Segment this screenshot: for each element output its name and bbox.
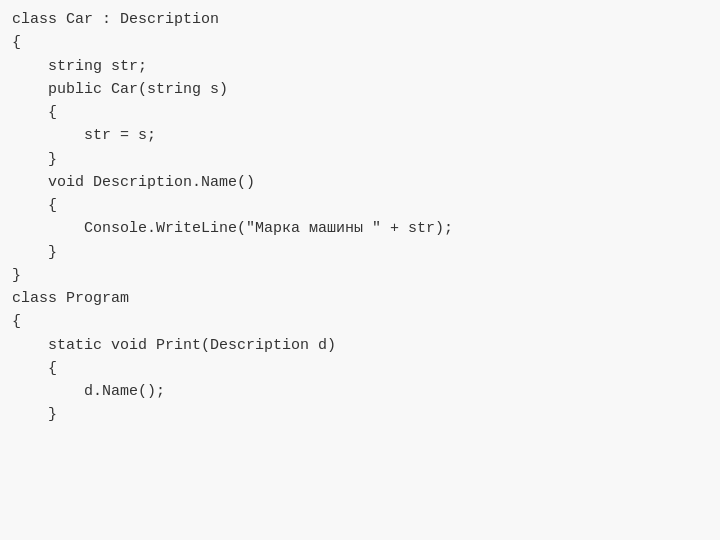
code-line: d.Name(); [12,380,708,403]
code-line: { [12,310,708,333]
code-line: str = s; [12,124,708,147]
code-line: { [12,101,708,124]
code-line: string str; [12,55,708,78]
code-line: } [12,264,708,287]
code-line: { [12,31,708,54]
code-line: } [12,403,708,426]
code-line: void Description.Name() [12,171,708,194]
code-line: } [12,241,708,264]
code-line: class Program [12,287,708,310]
code-editor: class Car : Description{ string str; pub… [0,0,720,540]
code-line: } [12,148,708,171]
code-line: Console.WriteLine("Марка машины " + str)… [12,217,708,240]
code-line: { [12,194,708,217]
code-line: { [12,357,708,380]
code-line: public Car(string s) [12,78,708,101]
code-line: class Car : Description [12,8,708,31]
code-line: static void Print(Description d) [12,334,708,357]
